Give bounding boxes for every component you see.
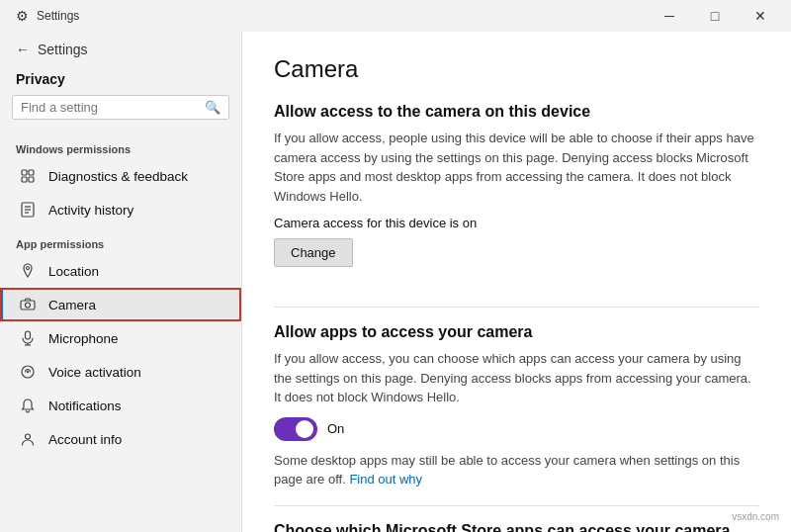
divider-2 [274,505,759,506]
sidebar-item-label: Notifications [48,399,122,413]
search-icon: 🔍 [205,100,220,115]
title-bar-left: ⚙ Settings [16,8,79,24]
main-content: Camera Allow access to the camera on thi… [242,32,791,532]
divider-1 [274,307,759,308]
section1-heading: Allow access to the camera on this devic… [274,103,759,121]
toggle-knob [296,420,313,438]
windows-permissions-label: Windows permissions [0,132,241,159]
sidebar-item-account[interactable]: Account info [0,422,241,456]
sidebar-section-title: Privacy [0,67,241,95]
svg-point-8 [27,267,30,270]
account-icon [19,430,37,448]
microphone-icon [19,329,37,347]
change-button[interactable]: Change [274,238,353,267]
title-bar: ⚙ Settings ─ □ ✕ [0,0,791,32]
sidebar-item-label: Voice activation [48,365,141,380]
camera-toggle[interactable] [274,417,317,441]
section3-heading: Choose which Microsoft Store apps can ac… [274,522,759,533]
sidebar-item-label: Account info [48,432,122,447]
settings-icon: ⚙ [16,8,29,24]
note-text-content: Some desktop apps may still be able to a… [274,453,740,488]
page-title: Camera [274,55,759,83]
sidebar-item-label: Activity history [48,203,133,218]
activity-icon [19,201,37,219]
sidebar-item-microphone[interactable]: Microphone [0,321,241,355]
svg-rect-0 [22,170,27,175]
sidebar-item-location[interactable]: Location [0,254,241,288]
svg-point-16 [26,434,31,439]
title-bar-text: Settings [37,9,79,23]
close-button[interactable]: ✕ [738,0,783,32]
svg-point-10 [26,303,31,308]
camera-icon [19,296,37,313]
back-icon: ← [16,42,30,57]
sidebar-item-activity[interactable]: Activity history [0,193,241,226]
sidebar-item-notifications[interactable]: Notifications [0,389,241,422]
toggle-label: On [327,421,344,436]
note-text: Some desktop apps may still be able to a… [274,451,759,489]
app-body: ← Settings Privacy 🔍 Windows permissions… [0,32,791,532]
svg-rect-2 [22,177,27,182]
sidebar-item-label: Microphone [48,331,119,346]
svg-rect-3 [29,177,34,182]
sidebar-item-label: Camera [48,298,96,312]
voice-icon [19,363,37,381]
watermark: vsxdn.com [728,509,783,524]
maximize-button[interactable]: □ [692,0,738,32]
back-label: Settings [38,42,88,57]
minimize-button[interactable]: ─ [647,0,692,32]
sidebar-item-label: Diagnostics & feedback [48,169,188,184]
search-input[interactable] [21,100,199,115]
svg-rect-1 [29,170,34,175]
section2-heading: Allow apps to access your camera [274,323,759,341]
title-bar-controls: ─ □ ✕ [647,0,783,32]
svg-rect-11 [26,331,31,339]
toggle-row: On [274,417,759,441]
location-icon [19,262,37,280]
diagnostics-icon [19,167,37,185]
svg-point-15 [27,371,29,373]
camera-access-status: Camera access for this device is on [274,216,759,230]
section2-description: If you allow access, you can choose whic… [274,349,759,407]
sidebar-item-camera[interactable]: Camera [0,288,241,321]
back-button[interactable]: ← Settings [0,32,241,67]
notifications-icon [19,397,37,414]
svg-rect-9 [21,301,35,310]
sidebar-item-label: Location [48,264,99,279]
sidebar: ← Settings Privacy 🔍 Windows permissions… [0,32,242,532]
find-out-why-link[interactable]: Find out why [349,472,422,487]
sidebar-item-voice[interactable]: Voice activation [0,355,241,389]
search-box[interactable]: 🔍 [12,95,229,120]
sidebar-item-diagnostics[interactable]: Diagnostics & feedback [0,159,241,193]
app-permissions-label: App permissions [0,226,241,254]
section1-description: If you allow access, people using this d… [274,129,759,206]
